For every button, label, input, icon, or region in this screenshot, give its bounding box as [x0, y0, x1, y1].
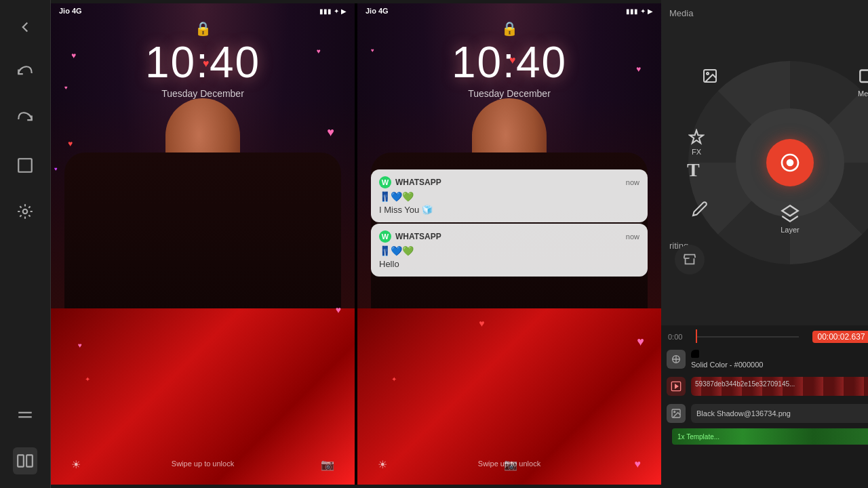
notif-message-1: I Miss You 🧊 — [379, 205, 433, 215]
left-flashlight-icon: ☀ — [71, 458, 81, 471]
video-track-icon — [667, 377, 686, 396]
layers-button[interactable] — [12, 401, 39, 428]
notification-2: W WHATSAPP now 👖💙💚 Hello — [371, 224, 648, 277]
redo-button[interactable] — [12, 106, 39, 133]
image-track-label: Black Shadow@136734.png — [696, 409, 791, 418]
notif-message-2: Hello — [379, 259, 399, 269]
time-current[interactable]: 00:00:02.637 — [812, 331, 869, 343]
left-camera-icon: 📷 — [321, 458, 334, 471]
right-date: Tuesday December — [468, 88, 551, 99]
timeline-header: 0:00 00:00:02.637 4 00: — [661, 331, 868, 343]
right-heart-icon: ♥ — [635, 458, 642, 471]
left-sidebar — [0, 0, 51, 488]
segment-media[interactable]: Media — [858, 68, 868, 98]
image-track-icon — [667, 404, 686, 423]
heart-9: ♥ — [336, 304, 341, 315]
crop-button[interactable] — [12, 152, 39, 179]
template-track[interactable]: 1x Template... — [667, 428, 868, 445]
solid-color-icon — [667, 350, 686, 369]
video-track[interactable]: 59387deb344b2e15e32709145... — [661, 374, 868, 399]
segment-layer[interactable]: Layer — [781, 204, 800, 234]
heart-8: ♥ — [54, 166, 58, 172]
right-panel: Media riting Media Audio — [661, 0, 868, 488]
svg-rect-0 — [18, 159, 32, 172]
right-phone-screen: Jio 4G ▮▮▮ ✦ ▶ 🔒 10:40 Tuesday December … — [357, 3, 661, 485]
video-track-label: 59387deb344b2e15e32709145... — [691, 380, 799, 388]
notif-emojis-2: 👖💙💚 — [379, 245, 639, 256]
notif-app-name-1: WHATSAPP — [395, 178, 441, 187]
main-content: Jio 4G ▮▮▮ ✦ ▶ 🔒 10:40 Tuesday December … — [51, 0, 868, 488]
template-track-content: 1x Template... — [672, 428, 868, 445]
notif-time-2: now — [626, 232, 639, 241]
panel-toggle-button[interactable] — [13, 447, 37, 474]
segment-fx[interactable]: FX — [688, 129, 705, 156]
text-icon: T — [687, 159, 700, 181]
rheart-2: ♥ — [636, 64, 641, 74]
svg-point-1 — [23, 209, 28, 214]
segment-layer-label: Layer — [781, 226, 800, 234]
left-status-bar: Jio 4G ▮▮▮ ✦ ▶ — [51, 3, 355, 18]
image-track-content: Black Shadow@136734.png — [691, 404, 868, 423]
right-lock-icon: 🔒 — [501, 20, 518, 37]
segment-text[interactable]: T — [687, 159, 700, 181]
heart-10: ✦ — [85, 375, 90, 383]
svg-point-14 — [787, 159, 794, 167]
rheart-6: ✦ — [391, 375, 397, 383]
left-date: Tuesday December — [161, 88, 244, 99]
settings-button[interactable] — [12, 198, 39, 225]
svg-rect-5 — [26, 455, 33, 466]
svg-point-13 — [707, 73, 709, 75]
rheart-1: ♥ — [509, 54, 516, 66]
image-track[interactable]: Black Shadow@136734.png — [661, 401, 868, 426]
capture-center-button[interactable] — [766, 139, 814, 186]
radial-menu: Media Audio REC Layer — [682, 54, 868, 271]
segment-fx-label: FX — [692, 148, 701, 156]
right-flashlight-icon: ☀ — [378, 458, 387, 471]
video-preview: Jio 4G ▮▮▮ ✦ ▶ 🔒 10:40 Tuesday December … — [51, 3, 661, 485]
left-signal: ▮▮▮ ✦ ▶ — [319, 7, 347, 15]
notif-time-1: now — [626, 178, 639, 186]
whatsapp-icon-2: W — [379, 230, 391, 243]
heart-1: ♥ — [71, 51, 76, 60]
rheart-4: ♥ — [479, 318, 484, 329]
notification-1: W WHATSAPP now 👖💙💚 I Miss You 🧊 — [371, 169, 648, 222]
rheart-3: ♥ — [371, 47, 374, 54]
video-track-content: 59387deb344b2e15e32709145... — [691, 377, 868, 396]
notif-emojis-1: 👖💙💚 — [379, 191, 639, 202]
whatsapp-icon-1: W — [379, 176, 391, 188]
heart-5: ♥ — [327, 125, 334, 140]
right-carrier: Jio 4G — [366, 7, 389, 15]
heart-7: ♥ — [78, 342, 82, 349]
heart-6: ♥ — [68, 139, 73, 148]
time-start: 0:00 — [668, 333, 682, 341]
notif-app-name-2: WHATSAPP — [395, 232, 441, 241]
radial-menu-area: Media riting Media Audio — [661, 0, 868, 325]
left-swipe-text: Swipe up to unlock — [172, 460, 234, 468]
segment-photovideo[interactable] — [702, 68, 718, 84]
solid-color-content: Solid Color - #000000 — [691, 350, 868, 369]
svg-marker-17 — [675, 384, 678, 388]
heart-3: ♥ — [203, 58, 210, 70]
segment-pen[interactable] — [692, 201, 708, 217]
heart-2: ♥ — [317, 47, 321, 55]
timeline-area: 0:00 00:00:02.637 4 00: Solid Color - #0… — [661, 325, 868, 488]
solid-color-track[interactable]: Solid Color - #000000 — [661, 347, 868, 371]
svg-point-19 — [674, 411, 675, 413]
segment-media-label: Media — [858, 89, 868, 98]
heart-4: ♥ — [64, 85, 68, 91]
left-phone-screen: Jio 4G ▮▮▮ ✦ ▶ 🔒 10:40 Tuesday December … — [51, 3, 355, 485]
solid-color-label: Solid Color - #000000 — [691, 361, 763, 369]
svg-rect-6 — [860, 70, 868, 83]
back-button[interactable] — [12, 14, 39, 41]
left-lock-icon: 🔒 — [195, 20, 212, 37]
store-button[interactable] — [675, 245, 705, 274]
undo-button[interactable] — [12, 60, 39, 87]
right-swipe-text: Swipe up to unlock — [478, 460, 540, 468]
right-signal: ▮▮▮ ✦ ▶ — [626, 7, 653, 15]
color-dot-black — [691, 350, 699, 358]
left-carrier: Jio 4G — [59, 7, 82, 15]
right-status-bar: Jio 4G ▮▮▮ ✦ ▶ — [357, 3, 661, 18]
template-label: 1x Template... — [677, 433, 719, 441]
svg-rect-4 — [18, 455, 24, 466]
rheart-5: ♥ — [637, 335, 644, 349]
